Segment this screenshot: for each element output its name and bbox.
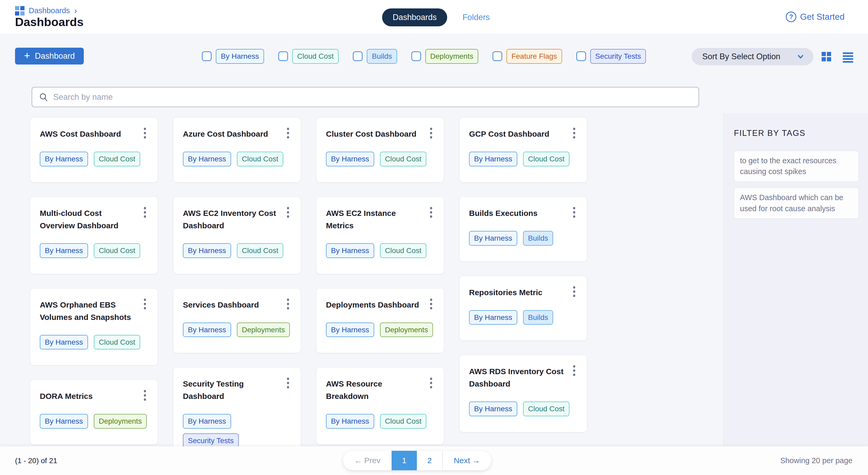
sidebar-tag-filter[interactable]: AWS Dashboard which can be used for root… xyxy=(734,188,859,218)
tab-dashboards[interactable]: Dashboards xyxy=(382,8,447,26)
breadcrumb[interactable]: Dashboards › xyxy=(15,6,77,15)
kebab-menu-icon[interactable] xyxy=(142,205,148,219)
kebab-menu-icon[interactable] xyxy=(428,376,434,390)
card-title: DORA Metrics xyxy=(40,390,96,402)
next-page-button[interactable]: Next → xyxy=(443,451,491,470)
kebab-menu-icon[interactable] xyxy=(285,126,291,140)
tag-by-harness: By Harness xyxy=(40,243,88,258)
security-tests-checkbox[interactable] xyxy=(576,52,586,61)
filter-feature-flags: Feature Flags xyxy=(493,49,562,64)
tag-cloud-cost: Cloud Cost xyxy=(523,152,570,166)
filter-deployments: Deployments xyxy=(411,49,478,64)
deployments-filter-tag[interactable]: Deployments xyxy=(425,49,478,64)
card-title: AWS Cost Dashboard xyxy=(40,128,125,140)
tag-cloud-cost: Cloud Cost xyxy=(523,402,570,416)
get-started-link[interactable]: ? Get Started xyxy=(786,11,844,22)
grid-column: Azure Cost Dashboard By Harness Cloud Co… xyxy=(174,118,301,475)
kebab-menu-icon[interactable] xyxy=(285,205,291,219)
builds-filter-tag[interactable]: Builds xyxy=(367,49,397,64)
tab-folders[interactable]: Folders xyxy=(462,13,490,22)
sidebar-tag-filter[interactable]: to get to the exact resources causing co… xyxy=(734,150,859,182)
dashboard-card[interactable]: Deployments Dashboard By Harness Deploym… xyxy=(316,289,444,353)
grid-view-icon[interactable] xyxy=(822,52,831,61)
tag-by-harness: By Harness xyxy=(326,323,374,337)
breadcrumb-dashboards-link[interactable]: Dashboards xyxy=(29,6,70,15)
feature-flags-checkbox[interactable] xyxy=(493,52,502,61)
card-title: Azure Cost Dashboard xyxy=(183,128,272,140)
card-title: GCP Cost Dashboard xyxy=(469,128,553,140)
list-view-icon[interactable] xyxy=(843,53,853,63)
card-title: AWS Orphaned EBS Volumes and Snapshots xyxy=(40,299,142,323)
new-dashboard-button[interactable]: + Dashboard xyxy=(15,48,84,65)
kebab-menu-icon[interactable] xyxy=(428,297,434,311)
card-title: Services Dashboard xyxy=(183,299,262,311)
card-title: AWS RDS Inventory Cost Dashboard xyxy=(469,365,571,390)
kebab-menu-icon[interactable] xyxy=(285,376,291,390)
chevron-right-icon: › xyxy=(74,6,77,15)
dashboard-card[interactable]: AWS Resource Breakdown By Harness Cloud … xyxy=(316,368,444,444)
kebab-menu-icon[interactable] xyxy=(428,205,434,219)
builds-checkbox[interactable] xyxy=(353,52,363,61)
kebab-menu-icon[interactable] xyxy=(142,297,148,311)
prev-page-button[interactable]: ← Prev xyxy=(343,451,392,470)
by-harness-filter-tag[interactable]: By Harness xyxy=(216,49,264,64)
tag-builds: Builds xyxy=(523,310,553,325)
dashboard-card[interactable]: Services Dashboard By Harness Deployment… xyxy=(174,289,301,353)
kebab-menu-icon[interactable] xyxy=(571,364,577,378)
dashboard-card[interactable]: AWS Orphaned EBS Volumes and Snapshots B… xyxy=(30,289,158,366)
card-title: Security Testing Dashboard xyxy=(183,378,285,402)
dashboard-card[interactable]: AWS EC2 Instance Metrics By Harness Clou… xyxy=(316,197,444,274)
tag-cloud-cost: Cloud Cost xyxy=(237,243,283,258)
tag-deployments: Deployments xyxy=(94,414,147,429)
search-icon xyxy=(39,93,49,102)
security-tests-filter-tag[interactable]: Security Tests xyxy=(590,49,646,64)
page-2-button[interactable]: 2 xyxy=(417,451,442,470)
dashboard-card[interactable]: Repositories Metric By Harness Builds xyxy=(460,276,587,341)
card-title: AWS EC2 Inventory Cost Dashboard xyxy=(183,207,285,232)
tag-deployments: Deployments xyxy=(380,323,433,337)
tag-cloud-cost: Cloud Cost xyxy=(94,335,141,350)
kebab-menu-icon[interactable] xyxy=(428,126,434,140)
card-title: Builds Executions xyxy=(469,207,541,219)
feature-flags-filter-tag[interactable]: Feature Flags xyxy=(506,49,562,64)
sort-by-dropdown[interactable]: Sort By Select Option xyxy=(692,48,813,65)
grid-column: Cluster Cost Dashboard By Harness Cloud … xyxy=(316,118,444,475)
tag-builds: Builds xyxy=(523,231,553,246)
dashboard-card[interactable]: Multi-cloud Cost Overview Dashboard By H… xyxy=(30,197,158,274)
search-input[interactable] xyxy=(53,93,692,102)
dashboard-card[interactable]: AWS RDS Inventory Cost Dashboard By Harn… xyxy=(460,355,587,432)
tag-by-harness: By Harness xyxy=(40,335,88,350)
per-page-label: Showing 20 per page xyxy=(780,446,852,475)
tag-cloud-cost: Cloud Cost xyxy=(94,243,141,258)
kebab-menu-icon[interactable] xyxy=(285,297,291,311)
kebab-menu-icon[interactable] xyxy=(142,126,148,140)
tag-by-harness: By Harness xyxy=(183,243,231,258)
grid-column: GCP Cost Dashboard By Harness Cloud Cost… xyxy=(460,118,587,475)
cloud-cost-filter-tag[interactable]: Cloud Cost xyxy=(292,49,339,64)
tag-cloud-cost: Cloud Cost xyxy=(94,152,141,166)
dashboard-card[interactable]: DORA Metrics By Harness Deployments xyxy=(30,380,158,444)
tag-by-harness: By Harness xyxy=(183,414,231,429)
tag-cloud-cost: Cloud Cost xyxy=(380,243,427,258)
kebab-menu-icon[interactable] xyxy=(142,388,148,402)
kebab-menu-icon[interactable] xyxy=(571,126,577,140)
dashboards-grid: AWS Cost Dashboard By Harness Cloud Cost… xyxy=(30,118,587,475)
tag-by-harness: By Harness xyxy=(469,310,517,325)
kebab-menu-icon[interactable] xyxy=(571,205,577,219)
cloud-cost-checkbox[interactable] xyxy=(278,52,288,61)
card-title: Multi-cloud Cost Overview Dashboard xyxy=(40,207,142,232)
dashboard-card[interactable]: GCP Cost Dashboard By Harness Cloud Cost xyxy=(460,118,587,182)
kebab-menu-icon[interactable] xyxy=(571,285,577,299)
dashboard-card[interactable]: Azure Cost Dashboard By Harness Cloud Co… xyxy=(174,118,301,182)
dashboard-card[interactable]: AWS EC2 Inventory Cost Dashboard By Harn… xyxy=(174,197,301,274)
card-title: Deployments Dashboard xyxy=(326,299,423,311)
page-1-button[interactable]: 1 xyxy=(392,451,417,470)
dashboard-card[interactable]: AWS Cost Dashboard By Harness Cloud Cost xyxy=(30,118,158,182)
dashboard-card[interactable]: Cluster Cost Dashboard By Harness Cloud … xyxy=(316,118,444,182)
tag-cloud-cost: Cloud Cost xyxy=(380,152,427,166)
deployments-checkbox[interactable] xyxy=(411,52,421,61)
by-harness-checkbox[interactable] xyxy=(202,52,212,61)
plus-icon: + xyxy=(24,50,30,61)
results-range: (1 - 20) of 21 xyxy=(15,446,57,475)
dashboard-card[interactable]: Builds Executions By Harness Builds xyxy=(460,197,587,262)
